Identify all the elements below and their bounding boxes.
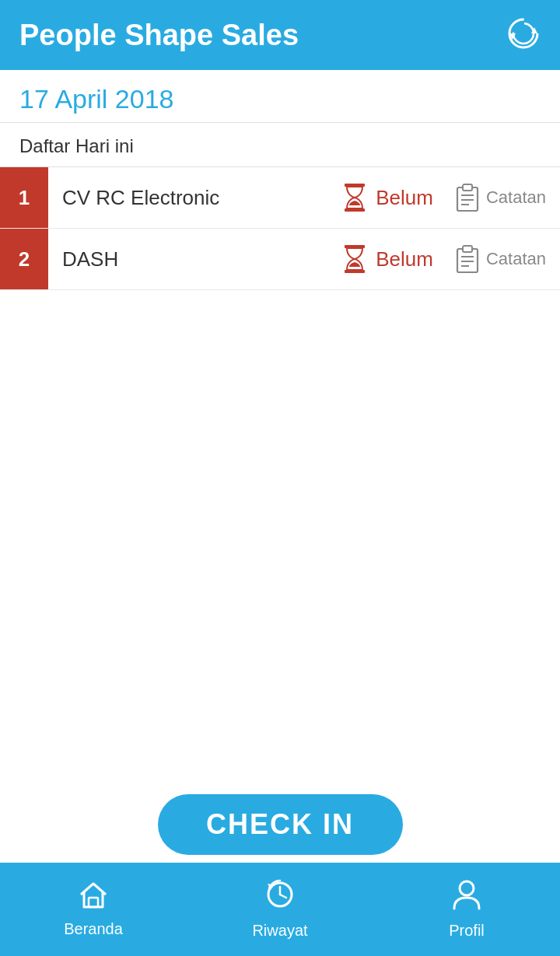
date-section: 17 April 2018: [0, 70, 560, 123]
row-number-1: 1: [0, 167, 48, 228]
row-number-2: 2: [0, 229, 48, 289]
list-header: Daftar Hari ini: [0, 123, 560, 167]
nav-beranda-label: Beranda: [64, 920, 123, 938]
bottom-nav: Beranda Riwayat Profil: [0, 863, 560, 956]
svg-point-2: [513, 23, 534, 44]
hourglass-icon: [341, 243, 368, 275]
checkin-button[interactable]: CHECK IN: [158, 794, 403, 855]
svg-rect-14: [463, 246, 472, 252]
history-icon: [264, 879, 296, 917]
row-catatan-1[interactable]: Catatan: [441, 183, 560, 212]
table-row[interactable]: 1 CV RC Electronic Belum Catatan: [0, 167, 560, 229]
profile-icon: [453, 879, 481, 917]
date-label: 17 April 2018: [19, 84, 174, 114]
svg-rect-18: [89, 898, 98, 907]
checkin-container: CHECK IN: [0, 794, 560, 855]
row-catatan-2[interactable]: Catatan: [441, 244, 560, 274]
table-row[interactable]: 2 DASH Belum Catatan: [0, 229, 560, 290]
nav-item-beranda[interactable]: Beranda: [0, 881, 187, 938]
status-text-1: Belum: [376, 186, 433, 210]
row-status-1[interactable]: Belum: [334, 182, 441, 213]
hourglass-icon: [341, 182, 368, 213]
svg-line-21: [280, 895, 286, 898]
svg-rect-7: [463, 184, 472, 191]
row-status-2[interactable]: Belum: [334, 243, 441, 275]
home-icon: [78, 881, 109, 916]
app-header: People Shape Sales: [0, 0, 560, 70]
clipboard-icon: [455, 183, 480, 212]
nav-riwayat-label: Riwayat: [252, 922, 307, 940]
clipboard-icon: [455, 244, 480, 274]
visit-name-2: DASH: [48, 247, 334, 271]
refresh-icon[interactable]: [506, 16, 541, 54]
app-title: People Shape Sales: [19, 19, 299, 52]
visit-list-section: Daftar Hari ini 1 CV RC Electronic Belum: [0, 123, 560, 290]
catatan-label-2: Catatan: [486, 249, 546, 269]
catatan-label-1: Catatan: [486, 187, 546, 208]
nav-profil-label: Profil: [449, 922, 485, 940]
nav-item-riwayat[interactable]: Riwayat: [187, 879, 373, 940]
status-text-2: Belum: [376, 247, 433, 271]
nav-item-profil[interactable]: Profil: [373, 879, 560, 940]
visit-name-1: CV RC Electronic: [48, 186, 334, 210]
svg-point-23: [460, 881, 474, 895]
